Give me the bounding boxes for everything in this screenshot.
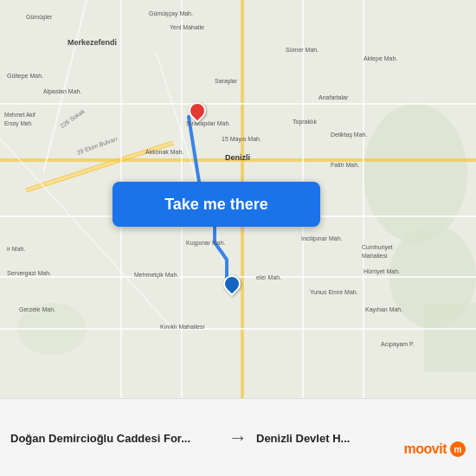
svg-text:Deliktaş Mah.: Deliktaş Mah.: [331, 132, 367, 138]
svg-text:Yeni Mahalle: Yeni Mahalle: [170, 24, 204, 30]
svg-text:Merkezefendi: Merkezefendi: [68, 38, 117, 47]
origin-name: Doğan Demircioğlu Caddesi For...: [10, 432, 220, 445]
take-me-there-button[interactable]: Take me there: [113, 182, 320, 227]
origin-endpoint: Doğan Demircioğlu Caddesi For...: [10, 430, 220, 445]
svg-text:Kuşpınar Mah.: Kuşpınar Mah.: [186, 240, 226, 247]
svg-text:Gümüşler: Gümüşler: [26, 14, 53, 21]
svg-text:Acıpayam P.: Acıpayam P.: [381, 341, 415, 348]
svg-text:Servergazi Mah.: Servergazi Mah.: [7, 270, 51, 277]
route-arrow-container: →: [220, 427, 256, 449]
svg-text:Cumhuriyet: Cumhuriyet: [362, 244, 393, 251]
origin-pin: [220, 272, 244, 296]
svg-text:Mehmetçik Mah.: Mehmetçik Mah.: [134, 272, 178, 279]
svg-text:ir Mah.: ir Mah.: [7, 246, 25, 252]
svg-text:Gültepe Mah.: Gültepe Mah.: [7, 73, 43, 80]
svg-text:Hürriyet Mah.: Hürriyet Mah.: [363, 268, 400, 275]
svg-text:Ersoy Mah.: Ersoy Mah.: [4, 120, 33, 127]
svg-text:Mahallesi: Mahallesi: [362, 253, 388, 259]
svg-text:Aktepe Mah.: Aktepe Mah.: [363, 55, 397, 62]
svg-text:m: m: [454, 445, 462, 454]
svg-text:Gerzele Mah.: Gerzele Mah.: [19, 306, 55, 312]
svg-text:Sırakapılar Mah.: Sırakapılar Mah.: [186, 120, 230, 127]
bottom-bar: Doğan Demircioğlu Caddesi For... → Deniz…: [0, 398, 476, 476]
svg-text:Kayıhan Mah.: Kayıhan Mah.: [365, 306, 402, 313]
svg-text:Akkonak Mah.: Akkonak Mah.: [145, 149, 183, 155]
svg-text:Denizli: Denizli: [225, 153, 250, 162]
svg-text:Alpaslan Mah.: Alpaslan Mah.: [43, 88, 81, 95]
svg-text:İncilipınar Mah.: İncilipınar Mah.: [301, 235, 343, 242]
destination-pin: [185, 99, 209, 123]
svg-text:Topraklık: Topraklık: [293, 119, 318, 125]
svg-text:Sümer Mah.: Sümer Mah.: [286, 47, 318, 53]
map-container: Merkezefendi Gümüşçay Mah. Yeni Mahalle …: [0, 0, 476, 398]
svg-text:Fatih Mah.: Fatih Mah.: [331, 162, 359, 168]
origin-marker: [223, 275, 241, 293]
destination-marker: [189, 102, 206, 119]
moovit-logo-text: moovit: [404, 441, 447, 457]
svg-text:15 Mayıs Mah.: 15 Mayıs Mah.: [222, 136, 261, 143]
svg-text:Gümüşçay Mah.: Gümüşçay Mah.: [149, 10, 193, 17]
svg-text:Mehmet Akif: Mehmet Akif: [4, 112, 35, 118]
moovit-logo: moovit m: [404, 441, 466, 457]
svg-text:Kınıklı Mahallesi: Kınıklı Mahallesi: [160, 324, 204, 330]
route-arrow-icon: →: [228, 427, 248, 449]
svg-text:Anafartalar: Anafartalar: [318, 94, 349, 100]
svg-text:Saraylar: Saraylar: [215, 78, 238, 85]
svg-text:Yunus Emre Mah.: Yunus Emre Mah.: [310, 289, 358, 295]
svg-text:eler Mah.: eler Mah.: [256, 274, 281, 280]
moovit-logo-icon: m: [450, 441, 466, 457]
